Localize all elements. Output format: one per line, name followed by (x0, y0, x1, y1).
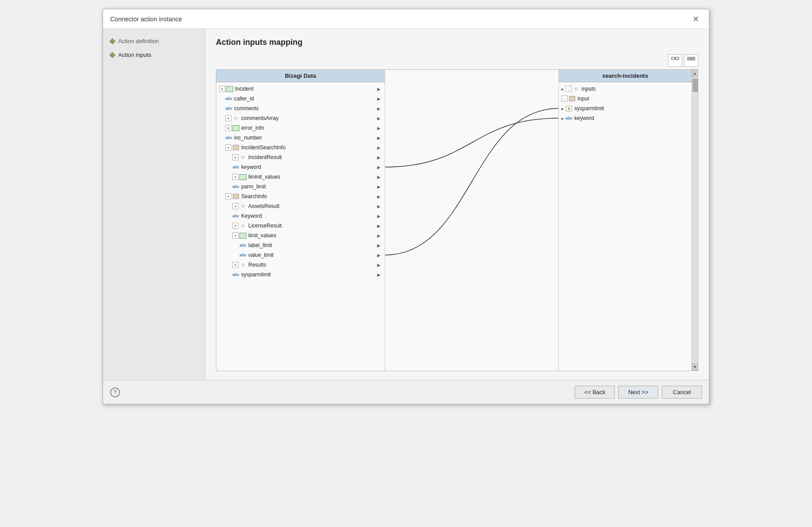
expand-comments-array[interactable]: + (225, 115, 231, 121)
sidebar-item-action-definition[interactable]: Action definition (110, 38, 198, 44)
dialog-title: Connector action instance (110, 16, 182, 23)
sidebar-label-action-inputs: Action inputs (118, 52, 151, 58)
arrow-results[interactable]: ▶ (376, 262, 382, 268)
arrow-ar[interactable]: ▶ (376, 203, 382, 209)
arrow-comments[interactable]: ▶ (376, 105, 382, 112)
arrow-lr[interactable]: ▶ (376, 223, 382, 229)
label-ar: AssetsResult (248, 203, 376, 209)
tree-node-keyword-right[interactable]: ▸ abc keyword (559, 113, 692, 123)
tree-node-assets-result[interactable]: + ⊙ AssetsResult ▶ (216, 201, 385, 211)
tree-node-sysparmlimit-right[interactable]: ▸ 1 sysparmlimit (559, 104, 692, 113)
expand-res[interactable]: + (232, 262, 239, 268)
label-ir: incidentResult (248, 154, 376, 160)
right-panel: search-incidents ▸ - ⊙ inputs (558, 70, 692, 371)
back-button[interactable]: << Back (575, 386, 615, 399)
scroll-thumb[interactable] (693, 79, 698, 92)
grid-view-btn[interactable] (684, 54, 698, 67)
expand-inputs[interactable]: - (565, 86, 572, 92)
tree-node-keyword-left[interactable]: abc keyword ▶ (216, 162, 385, 172)
tree-node-caller-id[interactable]: abc caller_id ▶ (216, 94, 385, 104)
arrow-caller-id[interactable]: ▶ (376, 96, 382, 102)
arrow-comments-array[interactable]: ▶ (376, 115, 382, 121)
expand-input[interactable]: - (561, 96, 568, 102)
expand-incident[interactable]: + (219, 86, 225, 92)
arrow-si[interactable]: ▶ (376, 193, 382, 200)
arrow-error-info[interactable]: ▶ (376, 125, 382, 131)
tree-node-liminit-values[interactable]: + ​ liminit_values ▶ (216, 172, 385, 182)
tree-node-value-limit[interactable]: abc value_limit ▶ (216, 250, 385, 260)
arrow-incident[interactable]: ▶ (376, 86, 382, 92)
label-comments: comments (234, 105, 376, 112)
arrow-limv[interactable]: ▶ (376, 232, 382, 239)
tree-node-results[interactable]: + ⊙ Results ▶ (216, 260, 385, 270)
tree-node-comments-array[interactable]: + ⊙ commentsArray ▶ (216, 113, 385, 123)
tree-node-sysparmlimit-left[interactable]: abc sysparmlimit ▶ (216, 270, 385, 279)
svg-rect-0 (672, 57, 675, 60)
label-inputs: inputs (581, 86, 689, 92)
expand-lr[interactable]: + (232, 223, 239, 229)
icon-ar: ⊙ (239, 203, 247, 209)
label-lv: liminit_values (248, 174, 376, 180)
icon-comments-array: ⊙ (232, 115, 239, 121)
sidebar-item-action-inputs[interactable]: Action inputs (110, 52, 198, 58)
expand-error-info[interactable]: + (225, 125, 231, 131)
icon-ir: ⊙ (239, 154, 247, 160)
tree-node-inc-number[interactable]: abc inc_number ▶ (216, 133, 385, 143)
tree-node-keyword-cap[interactable]: abc Keyword ▶ (216, 211, 385, 221)
tree-node-search-info[interactable]: + ​ SearchInfo ▶ (216, 192, 385, 201)
arrow-keyword-cap[interactable]: ▶ (376, 213, 382, 219)
arrow-value-limit[interactable]: ▶ (376, 252, 382, 258)
help-button[interactable]: ? (110, 387, 120, 397)
right-tree: ▸ - ⊙ inputs - ​ (559, 82, 692, 371)
arrow-keyword-left[interactable]: ▶ (376, 164, 382, 170)
arrow-parm-limit[interactable]: ▶ (376, 184, 382, 190)
arrow-lv[interactable]: ▶ (376, 174, 382, 180)
next-button[interactable]: Next >> (618, 386, 658, 399)
tree-node-comments[interactable]: abc comments ▶ (216, 104, 385, 113)
tree-node-incident-search-info[interactable]: + ​ IncidentSearchInfo ▶ (216, 143, 385, 152)
tree-node-incident-result[interactable]: + ⊙ incidentResult ▶ (216, 152, 385, 162)
icon-inc-number: abc (225, 135, 232, 141)
label-sysparmlimit-left: sysparmlimit (241, 271, 376, 278)
expand-ir[interactable]: + (232, 154, 239, 160)
expand-isi[interactable]: + (225, 144, 231, 151)
arrow-ir[interactable]: ▶ (376, 154, 382, 160)
tree-node-incident[interactable]: + ​ Incident ▶ (216, 84, 385, 94)
footer-buttons: << Back Next >> Cancel (575, 386, 702, 399)
body: Action definition Action inputs Action i… (103, 29, 709, 380)
tree-node-inputs[interactable]: ▸ - ⊙ inputs (559, 84, 692, 94)
label-limv: limit_values (248, 232, 376, 239)
tree-node-error-info[interactable]: + ​ error_info ▶ (216, 123, 385, 133)
scroll-down[interactable]: ▼ (692, 363, 698, 371)
tree-node-input[interactable]: - ​ input (559, 94, 692, 104)
expand-lv[interactable]: + (232, 174, 239, 180)
footer: ? << Back Next >> Cancel (103, 380, 709, 404)
arrow-isi[interactable]: ▶ (376, 144, 382, 151)
arrow-inc-number[interactable]: ▶ (376, 135, 382, 141)
left-panel: Bizagi Data + ​ Incident ▶ (216, 70, 385, 371)
svg-rect-1 (676, 57, 679, 60)
sidebar: Action definition Action inputs (103, 29, 205, 380)
mapping-container: Bizagi Data + ​ Incident ▶ (216, 69, 698, 371)
icon-si: ​ (232, 193, 239, 200)
mapping-view-btn[interactable] (668, 54, 682, 67)
icon-incident: ​ (226, 86, 233, 92)
page-title: Action inputs mapping (216, 38, 698, 47)
close-button[interactable]: ✕ (690, 14, 702, 24)
expand-limv[interactable]: + (232, 232, 239, 239)
icon-parm-limit: abc (232, 184, 239, 190)
expand-si[interactable]: + (225, 193, 231, 200)
scroll-up[interactable]: ▲ (692, 70, 698, 77)
label-isi: IncidentSearchInfo (241, 144, 376, 151)
tree-node-limit-values[interactable]: + ​ limit_values ▶ (216, 231, 385, 240)
expand-ar[interactable]: + (232, 203, 239, 209)
tree-node-parm-limit[interactable]: abc parm_limit ▶ (216, 182, 385, 192)
left-panel-header: Bizagi Data (216, 70, 385, 82)
tree-node-label-limit[interactable]: abc label_limit ▶ (216, 240, 385, 250)
arrow-label-limit[interactable]: ▶ (376, 242, 382, 248)
cancel-button[interactable]: Cancel (662, 386, 702, 399)
tree-node-license-result[interactable]: + ⊙ LicenseResult ▶ (216, 221, 385, 231)
icon-lv: ​ (239, 174, 247, 180)
arrow-sysparmlimit-left[interactable]: ▶ (376, 271, 382, 278)
label-input: input (577, 96, 689, 102)
